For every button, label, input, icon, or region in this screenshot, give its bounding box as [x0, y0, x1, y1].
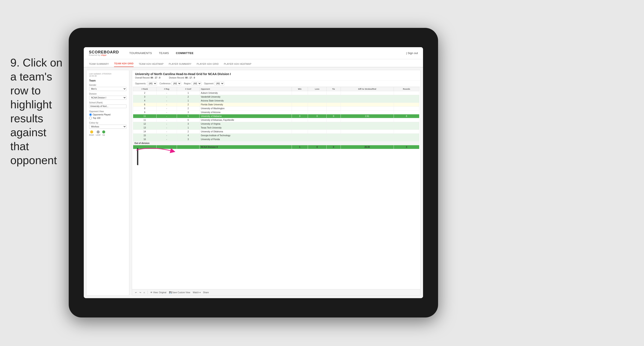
- cell-0: 14: [133, 130, 156, 134]
- cell-1: -: [156, 99, 177, 103]
- cell-5: [308, 91, 326, 95]
- cell-7: [340, 103, 394, 107]
- radio-top100-input[interactable]: [89, 117, 92, 119]
- table-row[interactable]: 12-3University of Virginia: [133, 122, 420, 126]
- overall-record-label: Overall Record: 89 - 17 - 0: [135, 77, 160, 79]
- view-original-button[interactable]: 👁 View: Original: [150, 291, 166, 294]
- table-row[interactable]: 11-6University of Arkansas, Fayetteville: [133, 118, 420, 122]
- table-header-row: # Rank # Reg # Conf Opponent Win Loss Ti…: [133, 87, 420, 91]
- cell-6: [326, 99, 340, 103]
- save-custom-view-button[interactable]: 💾 Save Custom View: [169, 291, 190, 294]
- cell-5: [308, 118, 326, 122]
- cell-0: 15: [133, 134, 156, 137]
- cell-3: Florida State University: [200, 103, 292, 107]
- cell-2: 2: [177, 107, 200, 110]
- data-table: # Rank # Reg # Conf Opponent Win Loss Ti…: [133, 87, 420, 149]
- save-icon: 💾: [169, 291, 172, 294]
- sign-out-link[interactable]: | Sign out: [406, 51, 418, 55]
- cell-2: 3: [177, 137, 200, 141]
- watch-button[interactable]: Watch ▾: [193, 291, 200, 294]
- legend-level: Level: [96, 130, 100, 136]
- redo-button[interactable]: ↪: [139, 291, 141, 294]
- out-cell-8: 3: [394, 145, 420, 149]
- gender-select[interactable]: Men's: [89, 87, 126, 91]
- cell-2: 2: [177, 103, 200, 107]
- cell-7: [340, 91, 394, 95]
- radio-top100[interactable]: Top 100: [89, 117, 126, 119]
- cell-8: [394, 137, 420, 141]
- legend-up-label: Up: [102, 134, 105, 136]
- nav-committee[interactable]: COMMITTEE: [176, 51, 194, 55]
- cell-6: [326, 107, 340, 110]
- division-select[interactable]: NCAA Division I: [89, 96, 126, 100]
- table-row[interactable]: 16-3University of Florida: [133, 137, 420, 141]
- opponents-filter: Opponents: (All): [135, 82, 157, 85]
- cell-3: Georgia Institute of Technology: [200, 134, 292, 137]
- table-row[interactable]: 15-4Georgia Institute of Technology: [133, 134, 420, 137]
- subnav-team-summary[interactable]: TEAM SUMMARY: [89, 63, 109, 67]
- table-row[interactable]: 4-1Arizona State University: [133, 99, 420, 103]
- radio-opponents-played[interactable]: Opponents Played: [89, 113, 126, 116]
- cell-2: 1: [177, 99, 200, 103]
- sub-navigation: TEAM SUMMARY TEAM H2H GRID TEAM H2H HEAT…: [84, 59, 423, 67]
- table-row[interactable]: 3-2Vanderbilt University: [133, 95, 420, 99]
- cell-4: [292, 122, 308, 126]
- cell-6: [326, 110, 340, 114]
- subnav-player-h2h-grid[interactable]: PLAYER H2H GRID: [197, 63, 219, 67]
- subnav-player-summary[interactable]: PLAYER SUMMARY: [169, 63, 192, 67]
- nav-teams[interactable]: TEAMS: [159, 51, 169, 55]
- cell-4: [292, 107, 308, 110]
- cell-8: [394, 110, 420, 114]
- colour-by-section: Colour by Win/loss Down Level: [89, 122, 126, 136]
- undo-button[interactable]: ↩: [135, 291, 137, 294]
- cell-1: -: [156, 126, 177, 130]
- th-tie: Tie: [326, 87, 340, 91]
- cell-8: [394, 103, 420, 107]
- table-row[interactable]: 13-1Texas Tech University: [133, 126, 420, 130]
- cell-6: 0: [326, 114, 340, 118]
- cell-2: 3: [177, 110, 200, 114]
- th-opponent: Opponent: [200, 87, 292, 91]
- opponent-view-title: Opponent View: [89, 110, 126, 113]
- region-select[interactable]: (All): [192, 82, 202, 85]
- cell-6: [326, 103, 340, 107]
- cell-7: [340, 134, 394, 137]
- legend-down-dot: [90, 130, 93, 133]
- nav-links: TOURNAMENTS TEAMS COMMITTEE: [129, 51, 399, 55]
- out-of-division-row[interactable]: NCAA Division II10026.003: [133, 145, 420, 149]
- table-row[interactable]: 9-3University of Arizona: [133, 110, 420, 114]
- section-header-row: Out of division: [133, 141, 420, 145]
- cell-6: [326, 126, 340, 130]
- conference-filter: Conference (All): [160, 82, 182, 85]
- cell-7: [340, 122, 394, 126]
- conference-select[interactable]: (All): [171, 82, 181, 85]
- tablet-side-button: [137, 148, 138, 165]
- cell-1: -: [156, 107, 177, 110]
- table-row[interactable]: 2-1Auburn University: [133, 91, 420, 95]
- subnav-player-h2h-heatmap[interactable]: PLAYER H2H HEATMAP: [224, 63, 251, 67]
- th-win: Win: [292, 87, 308, 91]
- opponent-select[interactable]: (All): [214, 82, 224, 85]
- subnav-team-h2h-heatmap[interactable]: TEAM H2H HEATMAP: [139, 63, 164, 67]
- subnav-team-h2h-grid[interactable]: TEAM H2H GRID: [114, 62, 134, 67]
- cell-1: -: [156, 91, 177, 95]
- reset-button[interactable]: ⎌: [144, 291, 145, 294]
- view-label: View: Original: [153, 291, 166, 294]
- cell-5: [308, 137, 326, 141]
- cell-0: 6: [133, 103, 156, 107]
- table-row[interactable]: 6-2Florida State University: [133, 103, 420, 107]
- table-row[interactable]: 14-2University of Oklahoma: [133, 130, 420, 134]
- instruction-body: Click on a team's row to highlight resul…: [10, 56, 62, 166]
- logo-scoreboard: SCOREBOARD: [89, 50, 119, 54]
- radio-opponents-played-input[interactable]: [89, 113, 92, 116]
- out-cell-4: 1: [292, 145, 308, 149]
- opponents-select[interactable]: (All): [147, 82, 157, 85]
- table-row[interactable]: 8-2University of Washington: [133, 107, 420, 110]
- colour-by-label: Colour by: [89, 122, 126, 124]
- table-row[interactable]: 11-5University of Alabama3002.618: [133, 114, 420, 118]
- share-button[interactable]: Share: [203, 291, 209, 294]
- cell-4: [292, 134, 308, 137]
- colour-by-select[interactable]: Win/loss: [89, 125, 126, 129]
- cell-7: [340, 130, 394, 134]
- nav-tournaments[interactable]: TOURNAMENTS: [129, 51, 152, 55]
